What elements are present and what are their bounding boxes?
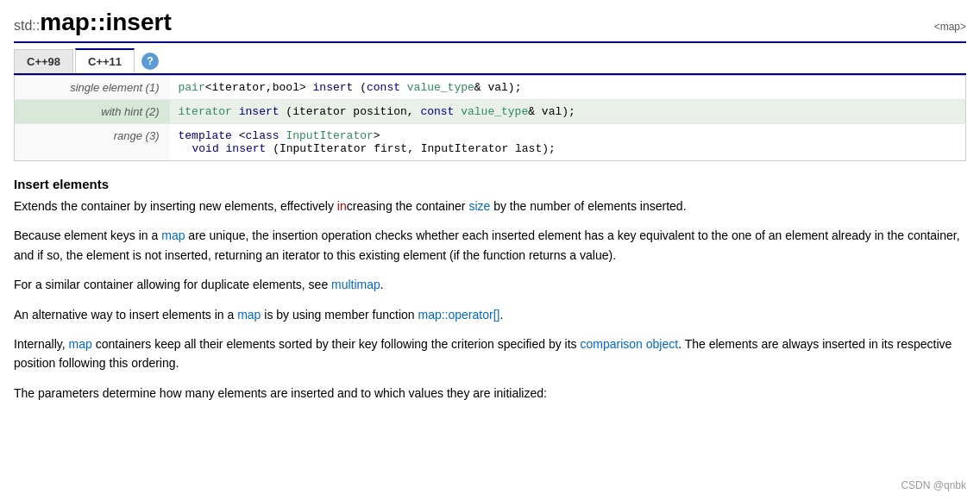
link-size[interactable]: size [468, 199, 490, 213]
link-map-operator[interactable]: map::operator[] [418, 308, 499, 322]
link-map-3[interactable]: map [69, 337, 92, 351]
code-row-range: range (3) template <class InputIterator>… [15, 124, 966, 161]
code-label-hint: with hint (2) [15, 100, 170, 124]
paragraph-5: Internally, map containers keep all thei… [14, 334, 966, 373]
title-prefix: std:: [14, 18, 40, 33]
help-icon[interactable]: ? [141, 53, 159, 70]
title-divider [14, 41, 966, 43]
paragraph-6: The parameters determine how many elemen… [14, 384, 966, 403]
link-map-2[interactable]: map [237, 308, 261, 322]
paragraph-4: An alternative way to insert elements in… [14, 305, 966, 324]
code-row-hint: with hint (2) iterator insert (iterator … [15, 100, 966, 124]
code-label-single: single element (1) [15, 76, 170, 100]
code-cell-hint: iterator insert (iterator position, cons… [170, 100, 966, 124]
code-signature-table: single element (1) pair<iterator,bool> i… [14, 75, 966, 161]
paragraph-2: Because element keys in a map are unique… [14, 226, 966, 265]
link-map-1[interactable]: map [161, 228, 185, 242]
link-multimap[interactable]: multimap [331, 278, 380, 291]
main-content: Insert elements Extends the container by… [14, 173, 966, 416]
tab-cpp11[interactable]: C++11 [75, 48, 135, 73]
watermark: CSDN @qnbk [901, 479, 966, 491]
map-link[interactable]: map [940, 21, 960, 33]
section-title: Insert elements [14, 177, 966, 191]
tab-cpp98[interactable]: C++98 [14, 49, 73, 73]
tabs-bar: C++98 C++11 ? [14, 48, 966, 75]
code-row-single: single element (1) pair<iterator,bool> i… [15, 76, 966, 100]
code-label-range: range (3) [15, 124, 170, 161]
paragraph-1: Extends the container by inserting new e… [14, 197, 966, 216]
link-comparison[interactable]: comparison object [581, 337, 679, 351]
paragraph-3: For a similar container allowing for dup… [14, 275, 966, 294]
page-title: map::insert [40, 9, 171, 35]
breadcrumb-link[interactable]: <map> [934, 21, 966, 33]
code-cell-single: pair<iterator,bool> insert (const value_… [170, 76, 966, 100]
code-cell-range: template <class InputIterator> void inse… [170, 124, 966, 161]
